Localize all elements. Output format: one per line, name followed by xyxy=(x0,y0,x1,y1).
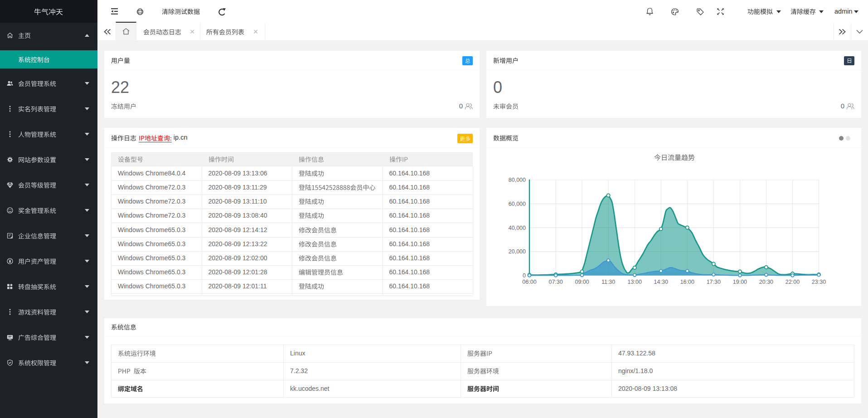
svg-text:17:30: 17:30 xyxy=(707,279,721,285)
svg-text:09:00: 09:00 xyxy=(575,279,589,285)
svg-text:06:00: 06:00 xyxy=(522,279,536,285)
svg-text:0: 0 xyxy=(523,272,526,279)
svg-text:20,000: 20,000 xyxy=(509,248,526,255)
svg-text:13:00: 13:00 xyxy=(628,279,642,285)
svg-text:14:30: 14:30 xyxy=(654,279,668,285)
svg-text:60,000: 60,000 xyxy=(509,201,526,207)
svg-text:40,000: 40,000 xyxy=(509,225,526,231)
svg-text:07:30: 07:30 xyxy=(548,279,563,285)
svg-text:22:00: 22:00 xyxy=(786,279,800,285)
svg-text:20:30: 20:30 xyxy=(759,279,773,285)
svg-text:11:30: 11:30 xyxy=(601,279,615,285)
svg-text:23:30: 23:30 xyxy=(812,279,826,285)
svg-text:16:00: 16:00 xyxy=(680,279,694,285)
svg-text:19:00: 19:00 xyxy=(733,279,747,285)
svg-text:80,000: 80,000 xyxy=(509,177,526,183)
